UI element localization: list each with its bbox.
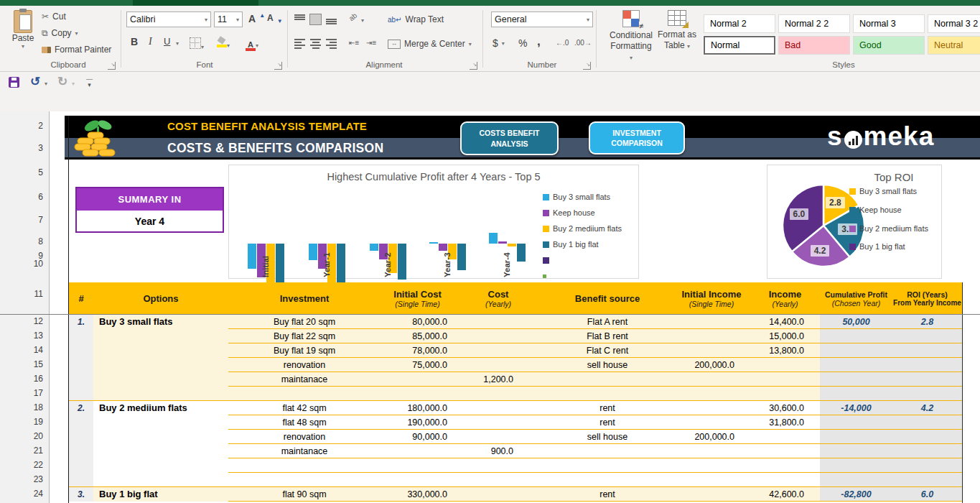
comma-style-button[interactable]: , <box>537 34 541 49</box>
percent-style-button[interactable]: % <box>518 37 527 49</box>
format-painter-button[interactable]: Format Painter <box>42 45 111 55</box>
cell-initial_cost[interactable]: 85,000.0 <box>381 329 454 343</box>
style-normal-2[interactable]: Normal 2 <box>704 14 775 33</box>
row-header-22[interactable]: 22 <box>3 460 43 470</box>
style-normal[interactable]: Normal <box>704 36 775 55</box>
shrink-font-button[interactable]: A▼ <box>267 13 283 23</box>
row-header-5[interactable]: 5 <box>3 167 43 177</box>
cell-benefit[interactable]: Flat A rent <box>542 315 673 329</box>
cut-button[interactable]: ✂ Cut <box>42 11 66 22</box>
costs-benefit-analysis-button[interactable]: COSTS BENEFITANALYSIS <box>460 121 559 155</box>
cell-investment[interactable]: flat 90 sqm <box>228 487 381 502</box>
style-normal-2-2[interactable]: Normal 2 2 <box>778 14 850 33</box>
cell-income[interactable]: 30,600.0 <box>750 401 820 415</box>
paste-button[interactable]: Paste ▾ <box>7 10 39 50</box>
cell-benefit[interactable]: sell house <box>542 358 673 372</box>
row-header-13[interactable]: 13 <box>3 331 43 341</box>
top-align-button[interactable] <box>294 14 305 24</box>
cell-investment[interactable]: Buy flat 22 sqm <box>228 329 381 343</box>
decrease-indent-button[interactable]: ⇤≡ <box>349 39 359 47</box>
cell-option[interactable]: Buy 1 big flat <box>93 487 228 502</box>
copy-button[interactable]: ⧉ Copy ▾ <box>42 28 78 38</box>
cell-investment[interactable]: flat 48 sqm <box>228 415 381 430</box>
merge-center-button[interactable]: ↔ Merge & Center ▾ <box>388 39 472 49</box>
cell-initial_income[interactable]: 200,000.0 <box>673 430 750 444</box>
row-header-10[interactable]: 10 <box>3 259 43 269</box>
undo-dropdown-arrow[interactable]: ▾ <box>45 80 47 87</box>
cell-initial_cost[interactable]: 190,000.0 <box>381 415 454 430</box>
row-header-11[interactable]: 11 <box>3 289 43 299</box>
underline-dropdown-arrow[interactable]: ▾ <box>176 40 179 47</box>
font-color-button[interactable]: A▾ <box>246 37 258 51</box>
cell-cost[interactable]: 1,200.0 <box>454 372 542 387</box>
row-header-2[interactable]: 2 <box>3 121 43 131</box>
cell-benefit[interactable]: Flat B rent <box>542 329 673 343</box>
cell-n[interactable]: 1. <box>69 315 93 329</box>
cell-initial_cost[interactable]: 180,000.0 <box>381 401 454 415</box>
save-button[interactable] <box>9 77 19 88</box>
cell-cost[interactable]: 900.0 <box>454 444 542 458</box>
style-normal-3[interactable]: Normal 3 <box>853 14 925 33</box>
cell-investment[interactable]: renovation <box>228 358 381 372</box>
row-header-14[interactable]: 14 <box>3 345 43 355</box>
row-header-23[interactable]: 23 <box>3 474 43 484</box>
cell-investment[interactable]: maintanace <box>228 372 381 387</box>
fill-color-button[interactable]: ▾ <box>217 37 230 50</box>
row-header-7[interactable]: 7 <box>3 215 43 225</box>
redo-button[interactable]: ↻ <box>57 74 67 89</box>
style-normal-3-2[interactable]: Normal 3 2 <box>928 14 980 33</box>
borders-button[interactable]: ▾ <box>190 37 204 52</box>
cell-benefit[interactable]: rent <box>542 401 673 415</box>
row-header-18[interactable]: 18 <box>3 402 43 412</box>
pie-chart-panel[interactable]: Top ROI 2.83.74.26.0 Buy 3 small flatsKe… <box>767 165 942 279</box>
undo-button[interactable]: ↺ <box>30 74 40 89</box>
cell-income[interactable]: 14,400.0 <box>750 315 820 329</box>
bar-chart-panel[interactable]: Highest Cumulative Profit after 4 Years … <box>228 165 639 279</box>
cell-n[interactable]: 3. <box>69 487 93 502</box>
cell-initial_cost[interactable]: 80,000.0 <box>381 315 454 329</box>
clipboard-dialog-launcher[interactable]: ↘ <box>108 62 116 70</box>
cell-option[interactable]: Buy 3 small flats <box>93 315 228 329</box>
style-good[interactable]: Good <box>853 36 925 55</box>
style-neutral[interactable]: Neutral <box>928 36 980 55</box>
increase-decimal-button[interactable]: ←.0 <box>556 39 569 47</box>
row-header-3[interactable]: 3 <box>3 143 43 153</box>
conditional-formatting-button[interactable]: ≠ Conditional Formatting ▾ <box>609 10 653 63</box>
bold-button[interactable]: B <box>131 36 138 47</box>
italic-button[interactable]: I <box>149 36 152 47</box>
style-bad[interactable]: Bad <box>778 36 850 55</box>
row-header-24[interactable]: 24 <box>3 489 43 499</box>
decrease-decimal-button[interactable]: .00→ <box>574 39 592 47</box>
cell-cum[interactable]: -82,800 <box>820 487 892 502</box>
number-format-select[interactable]: General▾ <box>491 11 593 27</box>
cell-income[interactable]: 13,800.0 <box>750 343 820 358</box>
cell-roi[interactable]: 2.8 <box>892 315 962 329</box>
grow-font-button[interactable]: A▲ <box>248 13 265 24</box>
row-header-12[interactable]: 12 <box>3 316 43 326</box>
underline-button[interactable]: U <box>164 36 170 47</box>
cell-investment[interactable]: renovation <box>228 430 381 444</box>
cell-benefit[interactable]: Flat C rent <box>542 343 673 358</box>
cell-cum[interactable]: 50,000 <box>820 315 892 329</box>
row-header-20[interactable]: 20 <box>3 431 43 441</box>
number-dialog-launcher[interactable]: ↘ <box>583 62 591 70</box>
align-left-button[interactable] <box>294 39 305 49</box>
cell-n[interactable]: 2. <box>69 401 93 415</box>
alignment-dialog-launcher[interactable]: ↘ <box>470 62 477 70</box>
cell-income[interactable]: 31,800.0 <box>750 415 820 430</box>
align-right-button[interactable] <box>326 39 337 49</box>
cell-investment[interactable]: maintanace <box>228 444 381 458</box>
cell-roi[interactable]: 4.2 <box>892 401 962 415</box>
investment-comparison-button[interactable]: INVESTMENTCOMPARISON <box>589 121 685 154</box>
cell-initial_income[interactable]: 200,000.0 <box>673 358 750 372</box>
accounting-format-button[interactable]: $▾ <box>493 37 505 49</box>
font-name-select[interactable]: Calibri▾ <box>126 11 211 27</box>
font-dialog-launcher[interactable]: ↘ <box>274 62 282 70</box>
cell-investment[interactable]: flat 42 sqm <box>228 401 381 415</box>
paste-dropdown-arrow[interactable]: ▾ <box>7 43 39 50</box>
cell-roi[interactable]: 6.0 <box>892 487 962 502</box>
cell-benefit[interactable]: sell house <box>542 430 673 444</box>
row-header-21[interactable]: 21 <box>3 446 43 456</box>
align-center-button[interactable] <box>310 39 321 49</box>
row-header-8[interactable]: 8 <box>3 236 43 246</box>
